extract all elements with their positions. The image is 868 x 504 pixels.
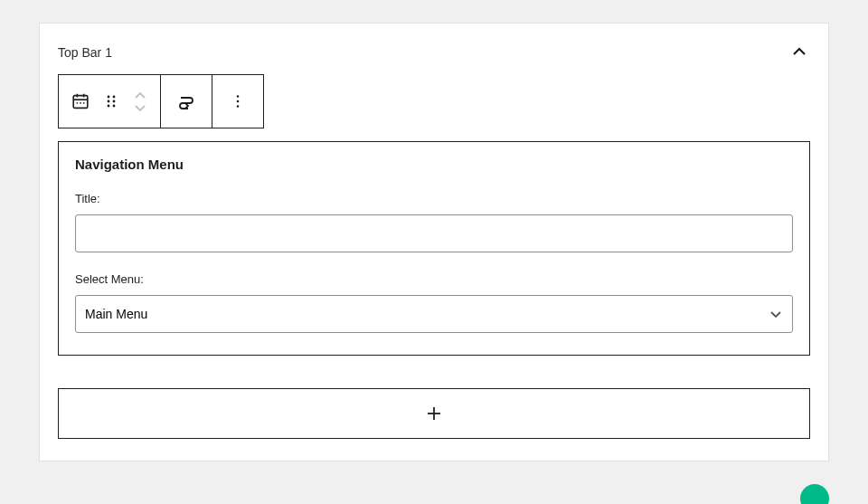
block-type-button[interactable] <box>68 80 93 123</box>
chevron-up-icon <box>134 91 146 100</box>
more-vertical-icon <box>230 93 246 109</box>
svg-point-13 <box>237 95 240 98</box>
svg-point-15 <box>237 105 240 108</box>
title-field: Title: <box>75 192 793 252</box>
block-heading: Navigation Menu <box>75 157 793 172</box>
chevron-up-icon <box>790 43 808 62</box>
toolbar-group-more <box>212 75 263 128</box>
calendar-icon <box>71 91 90 111</box>
title-input[interactable] <box>75 214 793 252</box>
svg-point-12 <box>113 105 116 108</box>
svg-rect-0 <box>73 96 88 109</box>
navigation-menu-block: Navigation Menu Title: Select Menu: Main… <box>58 141 810 356</box>
select-menu-wrap: Main Menu <box>75 295 793 333</box>
select-menu-field: Select Menu: Main Menu <box>75 272 793 333</box>
swap-icon <box>175 90 197 112</box>
toolbar-group-swap <box>161 75 212 128</box>
svg-point-4 <box>76 102 78 104</box>
panel-header: Top Bar 1 <box>58 42 810 63</box>
svg-point-8 <box>113 96 116 99</box>
svg-point-11 <box>108 105 110 108</box>
add-block-button[interactable] <box>58 388 810 439</box>
drag-icon <box>103 93 119 109</box>
chevron-down-icon <box>134 103 146 112</box>
panel-title: Top Bar 1 <box>58 45 112 60</box>
svg-point-9 <box>108 100 110 103</box>
floating-action-button[interactable] <box>800 484 829 504</box>
block-movers[interactable] <box>129 80 151 123</box>
more-options-button[interactable] <box>222 80 254 123</box>
select-menu-dropdown[interactable]: Main Menu <box>75 295 793 333</box>
svg-point-7 <box>108 96 110 99</box>
select-menu-label: Select Menu: <box>75 272 793 286</box>
swap-widget-button[interactable] <box>170 80 203 123</box>
svg-point-5 <box>80 102 81 104</box>
plus-icon <box>424 404 444 423</box>
toolbar-group-primary <box>59 75 161 128</box>
drag-handle[interactable] <box>99 80 124 123</box>
collapse-toggle[interactable] <box>788 42 810 63</box>
svg-point-14 <box>237 100 240 103</box>
svg-point-6 <box>83 102 85 104</box>
block-toolbar <box>58 74 264 128</box>
widget-panel: Top Bar 1 <box>39 23 829 461</box>
title-label: Title: <box>75 192 793 205</box>
svg-point-10 <box>113 100 116 103</box>
